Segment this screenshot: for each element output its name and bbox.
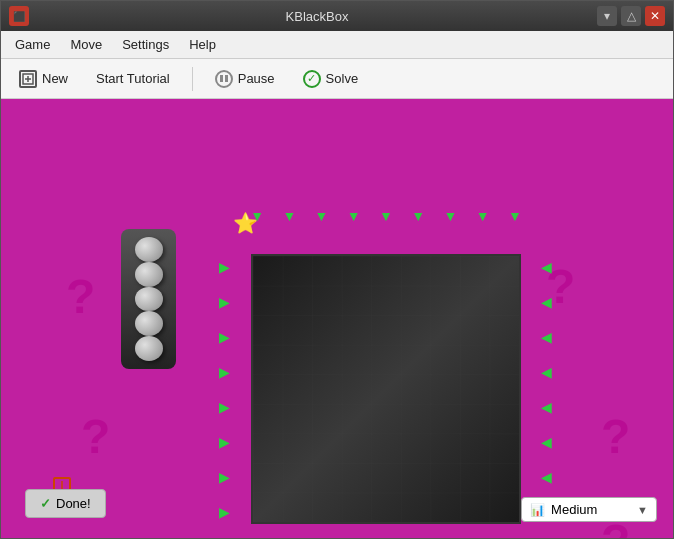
left-arrow-8[interactable]: ▶ [219, 505, 230, 519]
atom-2 [135, 262, 163, 287]
difficulty-select[interactable]: Easy Medium Hard [551, 502, 631, 517]
svg-rect-3 [253, 256, 519, 522]
difficulty-icon: 📊 [530, 503, 545, 517]
top-arrow-9[interactable]: ▼ [508, 209, 522, 223]
left-arrow-5[interactable]: ▶ [219, 400, 230, 414]
main-window: ⬛ KBlackBox ▾ △ ✕ Game Move Settings Hel… [0, 0, 674, 539]
app-icon: ⬛ [9, 6, 29, 26]
window-title: KBlackBox [37, 9, 597, 24]
solve-button[interactable]: ✓ Solve [293, 66, 369, 92]
minimize-button[interactable]: ▾ [597, 6, 617, 26]
maximize-button[interactable]: △ [621, 6, 641, 26]
top-arrow-3[interactable]: ▼ [315, 209, 329, 223]
top-arrow-2[interactable]: ▼ [282, 209, 296, 223]
atom-3 [135, 287, 163, 312]
right-arrow-5[interactable]: ◀ [541, 400, 552, 414]
separator [192, 67, 193, 91]
new-label: New [42, 71, 68, 86]
right-arrow-2[interactable]: ◀ [541, 295, 552, 309]
top-arrow-6[interactable]: ▼ [411, 209, 425, 223]
right-arrow-4[interactable]: ◀ [541, 365, 552, 379]
qmark-1: ? [66, 269, 95, 324]
done-button[interactable]: ✓ Done! [25, 489, 106, 518]
left-arrow-2[interactable]: ▶ [219, 295, 230, 309]
pause-label: Pause [238, 71, 275, 86]
atom-4 [135, 311, 163, 336]
arrows-top: ▼ ▼ ▼ ▼ ▼ ▼ ▼ ▼ ▼ [241, 209, 531, 223]
dropdown-arrow-icon: ▼ [637, 504, 648, 516]
toolbar: New Start Tutorial Pause ✓ Solve [1, 59, 673, 99]
close-button[interactable]: ✕ [645, 6, 665, 26]
top-arrow-5[interactable]: ▼ [379, 209, 393, 223]
pause-button[interactable]: Pause [205, 66, 285, 92]
help-menu[interactable]: Help [179, 33, 226, 56]
atom-1 [135, 237, 163, 262]
new-button[interactable]: New [9, 66, 78, 92]
top-arrow-1[interactable]: ▼ [250, 209, 264, 223]
top-arrow-4[interactable]: ▼ [347, 209, 361, 223]
menu-bar: Game Move Settings Help [1, 31, 673, 59]
game-area: ? ? ? ? ? ⭐ ▼ ▼ ▼ ▼ ▼ ▼ ▼ ▼ ▼ ▶ [1, 99, 673, 538]
top-arrow-7[interactable]: ▼ [443, 209, 457, 223]
right-arrow-6[interactable]: ◀ [541, 435, 552, 449]
top-arrow-8[interactable]: ▼ [476, 209, 490, 223]
window-controls: ▾ △ ✕ [597, 6, 665, 26]
arrows-right: ◀ ◀ ◀ ◀ ◀ ◀ ◀ ◀ [526, 249, 566, 529]
right-arrow-7[interactable]: ◀ [541, 470, 552, 484]
atom-5 [135, 336, 163, 361]
title-bar: ⬛ KBlackBox ▾ △ ✕ [1, 1, 673, 31]
done-label: Done! [56, 496, 91, 511]
left-arrow-4[interactable]: ▶ [219, 365, 230, 379]
left-arrow-3[interactable]: ▶ [219, 330, 230, 344]
start-tutorial-button[interactable]: Start Tutorial [86, 67, 180, 90]
atom-panel [121, 229, 176, 369]
pause-icon [215, 70, 233, 88]
left-arrow-7[interactable]: ▶ [219, 470, 230, 484]
arrows-left: ▶ ▶ ▶ ▶ ▶ ▶ ▶ ▶ [204, 249, 244, 529]
qmark-4: ? [601, 409, 630, 464]
left-arrow-6[interactable]: ▶ [219, 435, 230, 449]
new-icon [19, 70, 37, 88]
right-arrow-1[interactable]: ◀ [541, 260, 552, 274]
right-arrow-3[interactable]: ◀ [541, 330, 552, 344]
solve-label: Solve [326, 71, 359, 86]
settings-menu[interactable]: Settings [112, 33, 179, 56]
move-menu[interactable]: Move [60, 33, 112, 56]
checkmark-icon: ✓ [40, 496, 51, 511]
left-arrow-1[interactable]: ▶ [219, 260, 230, 274]
game-menu[interactable]: Game [5, 33, 60, 56]
start-tutorial-label: Start Tutorial [96, 71, 170, 86]
solve-icon: ✓ [303, 70, 321, 88]
difficulty-dropdown[interactable]: 📊 Easy Medium Hard ▼ [521, 497, 657, 522]
black-box [251, 254, 521, 524]
qmark-2: ? [81, 409, 110, 464]
